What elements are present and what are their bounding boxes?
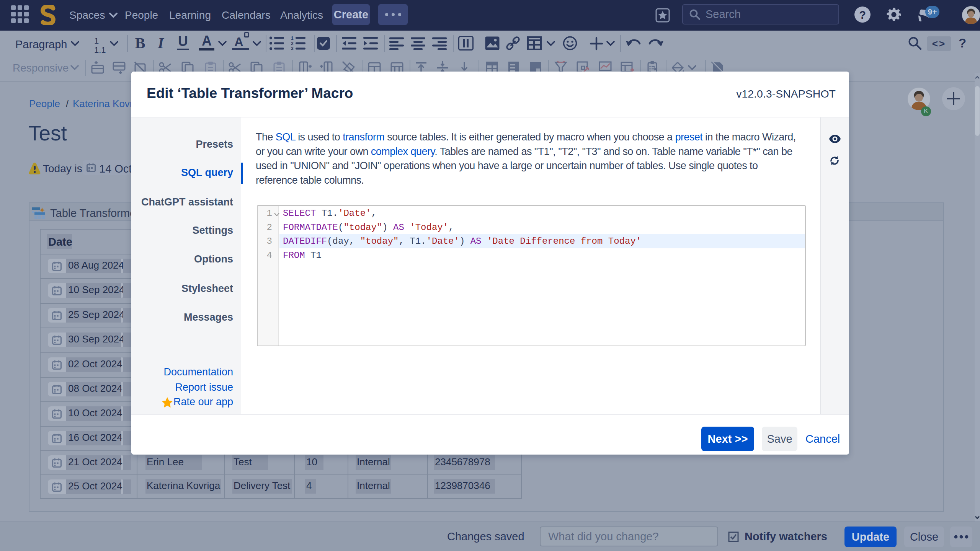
svg-text:2: 2 [291, 41, 294, 46]
svg-text:1: 1 [291, 36, 294, 41]
svg-text:3: 3 [291, 46, 294, 50]
